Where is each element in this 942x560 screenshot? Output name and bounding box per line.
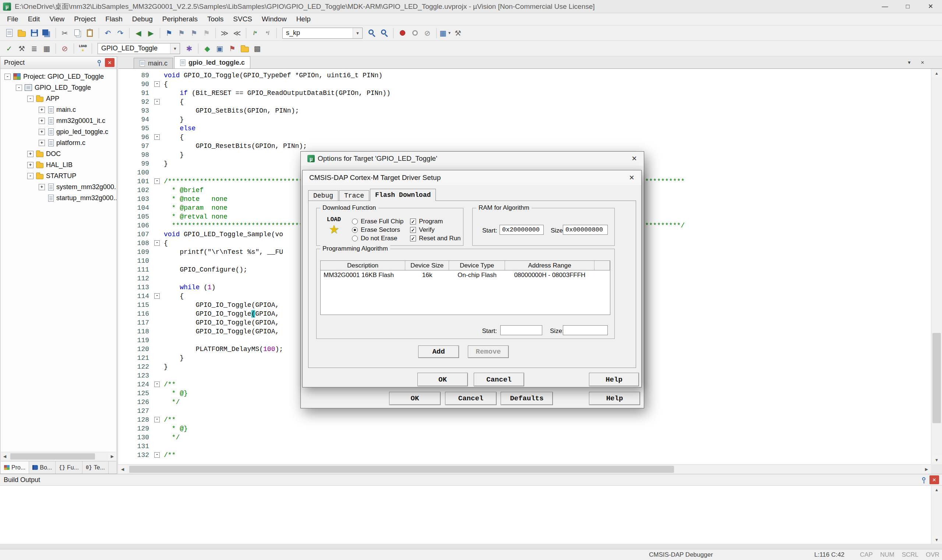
menu-project[interactable]: Project <box>69 13 100 25</box>
code-line-128[interactable]: 128-/** <box>118 415 931 424</box>
target-select[interactable]: GPIO_LED_Toggle▼ <box>97 43 180 54</box>
tab-flash-download[interactable]: Flash Download <box>370 189 436 201</box>
close-icon[interactable]: ✕ <box>622 170 641 185</box>
collapse-icon[interactable]: - <box>5 74 11 80</box>
expand-icon[interactable]: + <box>27 162 34 168</box>
column-header[interactable]: Description <box>321 261 405 271</box>
fold-collapse-icon[interactable]: - <box>154 452 160 458</box>
navigate-back-button[interactable]: ◀ <box>133 27 144 39</box>
code-line-92[interactable]: 92- { <box>118 97 931 106</box>
algorithm-size-field[interactable] <box>563 325 608 335</box>
checkbox-reset-and-run[interactable]: ✓Reset and Run <box>410 234 461 243</box>
ram-start-field[interactable]: 0x20000000 <box>500 225 544 235</box>
rebuild-all-button[interactable]: ≣ <box>28 43 40 54</box>
menu-peripherals[interactable]: Peripherals <box>157 13 202 25</box>
undo-button[interactable]: ↶ <box>102 27 114 39</box>
redo-button[interactable]: ↷ <box>114 27 126 39</box>
scroll-up-icon[interactable]: ▲ <box>931 69 942 78</box>
scroll-left-icon[interactable]: ◀ <box>1 452 9 461</box>
collapse-icon[interactable]: - <box>27 173 34 179</box>
chevron-down-icon[interactable]: ▼ <box>448 31 451 35</box>
configure-button[interactable]: ⚒ <box>452 27 464 39</box>
batch-build-button[interactable]: ▦ <box>41 43 52 54</box>
panel-tab-te[interactable]: 0}Te... <box>82 462 109 474</box>
checkbox-verify[interactable]: ✓Verify <box>410 226 461 234</box>
close-document-button[interactable]: ✕ <box>918 58 927 67</box>
tree-item-project-gpio-led-toggle[interactable]: -Project: GPIO_LED_Toggle <box>1 71 116 82</box>
panel-tab-pro[interactable]: Pro... <box>1 462 29 474</box>
menu-help[interactable]: Help <box>291 13 316 25</box>
panel-tab-fu[interactable]: {}Fu... <box>56 462 82 474</box>
fold-collapse-icon[interactable]: - <box>154 417 160 422</box>
help-button[interactable]: Help <box>589 373 639 386</box>
save-all-button[interactable] <box>41 27 52 39</box>
menu-svcs[interactable]: SVCS <box>228 13 257 25</box>
expand-icon[interactable]: + <box>39 184 45 190</box>
scroll-right-icon[interactable]: ▶ <box>922 465 931 474</box>
tree-item-system-mm32g000[interactable]: +system_mm32g000... <box>1 182 116 192</box>
menu-debug[interactable]: Debug <box>127 13 157 25</box>
clear-bookmarks-button[interactable]: ⚑ <box>200 27 213 39</box>
debug-windows-button[interactable]: ▦▼ <box>439 27 451 39</box>
expand-icon[interactable]: + <box>39 129 45 135</box>
code-line-91[interactable]: 91 if (Bit_RESET == GPIO_ReadOutputDataB… <box>118 89 931 97</box>
panel-tab-bo[interactable]: Bo... <box>29 462 56 474</box>
expand-icon[interactable]: + <box>39 118 45 124</box>
fold-collapse-icon[interactable]: - <box>154 99 160 105</box>
fold-collapse-icon[interactable]: - <box>154 178 160 184</box>
open-file-button[interactable] <box>16 27 28 39</box>
navigate-forward-button[interactable]: ▶ <box>145 27 157 39</box>
editor-vscrollbar[interactable]: ▲ ▼ <box>931 69 942 464</box>
editor-tab-main-c[interactable]: main.c <box>134 58 173 68</box>
algorithm-row[interactable]: MM32G0001 16KB Flash16kOn-chip Flash0800… <box>321 271 610 280</box>
column-header[interactable]: Device Size <box>405 261 449 271</box>
copy-button[interactable] <box>71 27 83 39</box>
code-line-97[interactable]: 97 GPIO_ResetBits(GPIOn, PINn); <box>118 142 931 151</box>
code-line-95[interactable]: 95 else <box>118 124 931 133</box>
fold-collapse-icon[interactable]: - <box>154 240 160 246</box>
menu-tools[interactable]: Tools <box>202 13 228 25</box>
search-input[interactable] <box>283 28 353 38</box>
toggle-breakpoint-button[interactable] <box>396 27 408 39</box>
build-output-content[interactable]: ▲ ▼ <box>0 486 942 544</box>
scrollbar-thumb[interactable] <box>10 453 95 460</box>
scroll-down-icon[interactable]: ▼ <box>931 536 942 544</box>
menu-view[interactable]: View <box>45 13 69 25</box>
tree-item-doc[interactable]: +DOC <box>1 148 116 159</box>
defaults-button[interactable]: Defaults <box>501 392 553 405</box>
menu-edit[interactable]: Edit <box>23 13 45 25</box>
radio-erase-full-chip[interactable]: Erase Full Chip <box>352 217 404 226</box>
code-line-90[interactable]: 90-{ <box>118 80 931 89</box>
menu-flash[interactable]: Flash <box>100 13 127 25</box>
tree-item-hal-lib[interactable]: +HAL_LIB <box>1 159 116 170</box>
close-button[interactable]: ✕ <box>919 0 942 13</box>
pin-panel-button[interactable] <box>919 475 928 484</box>
close-build-output-button[interactable]: ✕ <box>930 475 939 484</box>
scroll-down-icon[interactable]: ▼ <box>931 455 942 464</box>
menu-window[interactable]: Window <box>257 13 291 25</box>
build-output-vscrollbar[interactable]: ▲ ▼ <box>931 486 942 544</box>
remove-button[interactable]: Remove <box>468 346 509 358</box>
code-line-93[interactable]: 93 GPIO_SetBits(GPIOn, PINn); <box>118 106 931 115</box>
search-combo[interactable]: ▼ <box>282 28 362 38</box>
fold-collapse-icon[interactable]: - <box>154 134 160 140</box>
pack-installer-button[interactable]: ▣ <box>214 43 226 54</box>
translate-file-button[interactable]: ✓ <box>3 43 15 54</box>
tree-item-main-c[interactable]: +main.c <box>1 104 116 115</box>
scrollbar-thumb[interactable] <box>933 333 941 423</box>
scrollbar-thumb[interactable] <box>129 466 674 473</box>
flash-menu-button[interactable]: ⚑ <box>227 43 238 54</box>
tree-item-startup[interactable]: -STARTUP <box>1 170 116 182</box>
window-layout-button[interactable]: ▩ <box>251 43 263 54</box>
code-line-89[interactable]: 89void GPIO_IO_Toggle(GPIO_TypeDef *GPIO… <box>118 71 931 80</box>
outdent-button[interactable]: ≪ <box>231 27 243 39</box>
expand-icon[interactable]: + <box>27 151 34 157</box>
manage-rte-button[interactable]: ◆ <box>201 43 213 54</box>
close-panel-button[interactable]: ✕ <box>105 58 114 67</box>
collapse-icon[interactable]: - <box>27 96 34 102</box>
scroll-up-icon[interactable]: ▲ <box>931 486 942 494</box>
stop-build-button[interactable]: ⊘ <box>59 43 71 54</box>
expand-icon[interactable]: + <box>39 140 45 146</box>
maximize-button[interactable]: □ <box>896 0 919 13</box>
radio-do-not-erase[interactable]: Do not Erase <box>352 234 404 243</box>
